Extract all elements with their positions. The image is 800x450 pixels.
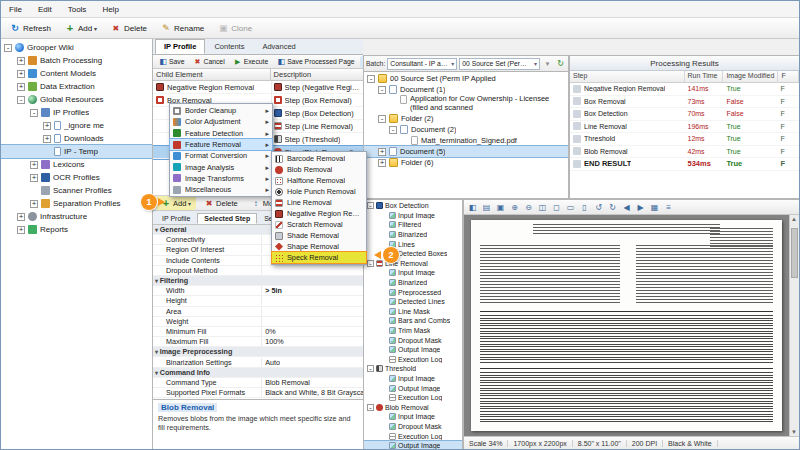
Dropout Method[interactable]: Dropout Method [153,266,363,276]
context-menu-item[interactable]: Miscellaneous [170,184,272,195]
actual-size-icon[interactable] [578,201,591,213]
tree-expander-icon[interactable]: + [378,159,386,167]
result-row[interactable]: Negative Region Removal 141ms True F [570,83,799,96]
batch-tree-item[interactable]: - Document (2) [364,124,568,135]
Area[interactable]: Area [153,307,363,317]
diagnostics-tree-item[interactable]: Output Image [364,441,462,450]
tree-expander-icon[interactable]: + [30,174,38,182]
toolbar-button[interactable]: Delete [105,20,153,36]
Image Preprocessing[interactable]: Image Preprocessing [153,347,363,357]
diagnostics-tree-item[interactable]: Input Image [364,268,462,278]
tree-item[interactable]: Scanner Profiles [1,184,152,197]
batch-tree-item[interactable]: Matt_termination_Signed.pdf [364,135,568,146]
tree-expander-icon[interactable]: + [17,226,25,234]
batch-tree-item[interactable]: - 00 Source Set (Perm IP Applied [364,73,568,84]
copy-icon[interactable] [494,201,507,213]
rotate-left-icon[interactable] [592,201,605,213]
property-value[interactable]: 100% [262,337,363,346]
submenu-item[interactable]: Scratch Removal [272,219,366,230]
diagnostics-tree-item[interactable]: Input Image [364,374,462,384]
rotate-right-icon[interactable] [606,201,619,213]
diagnostics-tree-item[interactable]: Execution Log [364,431,462,441]
tree-expander-icon[interactable]: + [17,83,25,91]
edit-toolbar-button[interactable]: Save [155,56,189,68]
Maximum Fill[interactable]: Maximum Fill 100% [153,337,363,347]
menu-item[interactable]: Tools [60,3,95,16]
tree-item[interactable]: + Data Extraction [1,80,152,93]
settings-icon[interactable] [662,201,675,213]
submenu-item[interactable]: Hole Punch Removal [272,186,366,197]
column-header-extra[interactable]: F [778,71,799,82]
diagnostics-tree-item[interactable]: Bars and Combs [364,316,462,326]
column-header-image-modified[interactable]: Image Modified [723,71,778,82]
tree-item[interactable]: + Separation Profiles [1,197,152,210]
tree-expander-icon[interactable]: - [4,44,12,52]
diagnostics-tree-item[interactable]: Execution Log [364,393,462,403]
context-menu-item[interactable]: Border Cleanup [170,105,272,116]
Binarization Settings[interactable]: Binarization Settings Auto [153,357,363,367]
prev-page-icon[interactable] [620,201,633,213]
diagnostics-tree-item[interactable]: Input Image [364,412,462,422]
Supported Pixel Formats[interactable]: Supported Pixel Formats Black and White,… [153,388,363,398]
Weight[interactable]: Weight [153,317,363,327]
menu-item[interactable]: Help [94,3,126,16]
column-header-step[interactable]: Step [570,71,685,82]
toolbar-button[interactable]: Rename [155,20,210,36]
document-tab[interactable]: IP Profile [155,39,205,54]
property-value[interactable]: Black and White, 8 Bit Grayscale, 2 [262,388,363,397]
tree-expander-icon[interactable]: - [367,365,374,372]
tree-item[interactable]: + Lexicons [1,158,152,171]
diagnostics-tree-item[interactable]: Binarized [364,278,462,288]
toolbar-button[interactable]: Refresh [4,20,57,36]
diagnostics-tree-item[interactable]: Lines [364,239,462,249]
Command Type[interactable]: Command Type Blob Removal [153,378,363,388]
fit-width-icon[interactable] [564,201,577,213]
tree-item[interactable]: + OCR Profiles [1,171,152,184]
print-icon[interactable] [480,201,493,213]
context-menu-item[interactable]: Feature Detection [170,128,272,139]
context-menu-item[interactable]: Image Analysis [170,161,272,172]
property-value[interactable]: > 5in [262,286,363,295]
tree-item[interactable]: + Batch Processing [1,54,152,67]
tree-expander-icon[interactable]: - [367,75,375,83]
tree-item[interactable]: + Infrastructure [1,210,152,223]
tree-expander-icon[interactable]: + [30,161,38,169]
batch-tree-item[interactable]: + Document (5) [364,146,568,157]
batch-tree-item[interactable]: Application for Cow Ownership - Licensee… [364,95,568,113]
result-row[interactable]: Threshold 12ms True F [570,133,799,146]
viewer-scrollbar[interactable] [789,215,799,436]
next-page-icon[interactable] [634,201,647,213]
tree-item[interactable]: - Global Resources [1,93,152,106]
tree-expander-icon[interactable]: - [367,404,374,411]
property-tab[interactable]: Selected Step [197,213,257,224]
menu-item[interactable]: Edit [30,3,60,16]
diagnostics-tree-item[interactable]: Dropout Mask [364,422,462,432]
diagnostics-tree-item[interactable]: - Threshold [364,364,462,374]
tree-expander-icon[interactable]: + [17,213,25,221]
submenu-item[interactable]: Blob Removal [272,164,366,175]
diagnostics-tree-item[interactable]: Output Image [364,383,462,393]
column-header-run-time[interactable]: Run Time [685,71,724,82]
property-value[interactable]: Blob Removal [262,378,363,387]
batch-tree-item[interactable]: - Document (1) [364,84,568,95]
batch-selector[interactable]: Consultant - IP and OCR [387,58,457,70]
diagnostics-tree-item[interactable]: Binarized [364,230,462,240]
tree-expander-icon[interactable]: + [30,200,38,208]
diagnostics-tree-item[interactable]: - Box Detection [364,201,462,211]
context-menu-item[interactable]: Feature Removal [170,139,272,150]
document-tab[interactable]: Advanced [253,39,304,54]
edit-toolbar-button[interactable]: Save Processed Page [273,56,358,68]
result-row[interactable]: Box Removal 73ms False F [570,96,799,109]
step-row[interactable]: Negative Region Removal Step (Negative R… [153,81,363,94]
diagnostics-tree-item[interactable]: - Blob Removal [364,402,462,412]
tree-expander-icon[interactable]: + [43,122,51,130]
steps-toolbar-button[interactable]: Delete [199,196,243,210]
Filtering[interactable]: Filtering [153,276,363,286]
zoom-select-icon[interactable] [536,201,549,213]
tree-expander-icon[interactable]: + [17,70,25,78]
submenu-item[interactable]: Shade Removal [272,230,366,241]
tree-expander-icon[interactable]: - [367,202,374,209]
batch-tree-item[interactable]: + Folder (6) [364,157,568,168]
property-tab[interactable]: IP Profile [155,213,197,224]
column-header-child-element[interactable]: Child Element [153,69,271,80]
